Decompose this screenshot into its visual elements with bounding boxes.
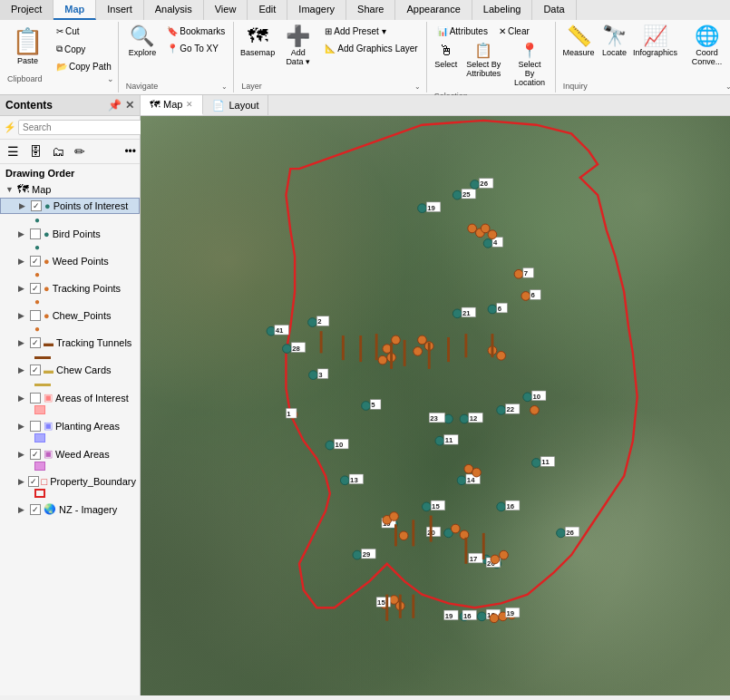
select-button[interactable]: 🖱 Select bbox=[433, 41, 460, 90]
bird-icon: ● bbox=[44, 228, 50, 239]
tab-map[interactable]: Map bbox=[54, 0, 96, 20]
infographics-button[interactable]: 📈 Infographics bbox=[632, 24, 677, 69]
poi-symbol: ● bbox=[34, 215, 40, 225]
tab-layout-view[interactable]: 📄 Layout bbox=[203, 95, 268, 115]
tt-checkbox[interactable]: ✓ bbox=[30, 337, 41, 348]
planting-checkbox[interactable] bbox=[30, 421, 41, 432]
pin-icon[interactable]: 📌 bbox=[108, 99, 122, 112]
tab-edit[interactable]: Edit bbox=[248, 0, 287, 20]
svg-point-3 bbox=[267, 326, 276, 335]
copy-path-button[interactable]: 📂 Copy Path bbox=[52, 59, 116, 74]
layer-item-chew-cards[interactable]: ▶ ✓ ▬ Chew Cards bbox=[0, 363, 140, 377]
attributes-button[interactable]: 📊 Attributes bbox=[433, 24, 492, 39]
svg-point-15 bbox=[488, 305, 497, 314]
clipboard-expand-icon[interactable]: ⌄ bbox=[107, 74, 114, 83]
cut-button[interactable]: ✂ Cut bbox=[52, 24, 116, 39]
attributes-icon: 📊 bbox=[437, 26, 448, 36]
search-input[interactable] bbox=[18, 120, 142, 135]
poi-expand-icon: ▶ bbox=[19, 201, 28, 210]
navigate-label: Navigate bbox=[126, 82, 159, 91]
select-by-attr-button[interactable]: 📋 Select By Attributes bbox=[462, 41, 506, 90]
layer-item-bird[interactable]: ▶ ● Bird Points bbox=[0, 227, 140, 241]
svg-text:26: 26 bbox=[480, 180, 488, 188]
tab-analysis[interactable]: Analysis bbox=[144, 0, 204, 20]
svg-point-108 bbox=[468, 224, 477, 233]
tab-labeling[interactable]: Labeling bbox=[472, 0, 533, 20]
sidebar: Contents 📌 ✕ ⚡ 🔍 ☰ 🗄 🗂 ✏ ••• Drawing Ord… bbox=[0, 95, 141, 695]
close-sidebar-icon[interactable]: ✕ bbox=[125, 99, 134, 112]
tab-share[interactable]: Share bbox=[346, 0, 395, 20]
tab-data[interactable]: Data bbox=[532, 0, 576, 20]
paste-button[interactable]: 📋 Paste bbox=[5, 24, 50, 74]
layer-item-nz-imagery[interactable]: ▶ ✓ 🌏 NZ - Imagery bbox=[0, 501, 140, 517]
svg-point-96 bbox=[521, 292, 530, 301]
svg-point-42 bbox=[444, 414, 453, 423]
locate-button[interactable]: 🔭 Locate bbox=[598, 24, 630, 69]
weed-checkbox[interactable]: ✓ bbox=[30, 256, 41, 267]
chew-checkbox[interactable] bbox=[30, 310, 41, 321]
database-icon[interactable]: 🗄 bbox=[25, 142, 45, 160]
bookmarks-button[interactable]: 🔖 Bookmarks bbox=[162, 24, 229, 39]
map-view[interactable]: 2 41 3 4 5 bbox=[141, 116, 730, 695]
layer-item-areas[interactable]: ▶ ▣ Areas of Interest bbox=[0, 390, 140, 405]
layer-item-weed[interactable]: ▶ ✓ ● Weed Points bbox=[0, 254, 140, 268]
svg-point-118 bbox=[390, 512, 399, 521]
add-graphics-button[interactable]: 📐 Add Graphics Layer bbox=[320, 41, 422, 56]
basemap-button[interactable]: 🗺 Basemap bbox=[239, 24, 276, 69]
tab-insert[interactable]: Insert bbox=[96, 0, 144, 20]
list-view-icon[interactable]: ☰ bbox=[4, 142, 23, 160]
layer-item-tracking[interactable]: ▶ ✓ ● Tracking Points bbox=[0, 281, 140, 296]
layer-name-areas: Areas of Interest bbox=[55, 393, 129, 403]
tracking-symbol: ● bbox=[34, 297, 40, 306]
poi-checkbox[interactable]: ✓ bbox=[31, 200, 42, 211]
svg-text:2: 2 bbox=[317, 317, 321, 326]
nz-checkbox[interactable]: ✓ bbox=[30, 504, 41, 515]
clear-icon: ✕ bbox=[499, 26, 506, 36]
wa-symbol bbox=[34, 462, 45, 471]
pencil-icon[interactable]: ✏ bbox=[71, 142, 89, 160]
layer-icon-btn[interactable]: 🗂 bbox=[48, 142, 68, 160]
select-by-loc-button[interactable]: 📍 Select By Location bbox=[508, 41, 551, 90]
map-tab-bar: 🗺 Map ✕ 📄 Layout bbox=[141, 95, 730, 116]
copy-button[interactable]: ⧉ Copy bbox=[52, 41, 116, 57]
main-container: Contents 📌 ✕ ⚡ 🔍 ☰ 🗄 🗂 ✏ ••• Drawing Ord… bbox=[0, 95, 730, 695]
map-tab-close-icon[interactable]: ✕ bbox=[186, 100, 193, 109]
navigate-expand[interactable]: ⌄ bbox=[221, 83, 228, 91]
navigate-group: 🔍 Explore 🔖 Bookmarks 📍 Go To XY Navigat… bbox=[121, 22, 235, 92]
cc-checkbox[interactable]: ✓ bbox=[30, 365, 41, 375]
layer-buttons: 🗺 Basemap ➕ Add Data ▾ ⊞ Add Preset ▾ 📐 … bbox=[239, 24, 422, 69]
sel-attr-icon: 📋 bbox=[474, 44, 492, 58]
svg-text:22: 22 bbox=[506, 405, 514, 413]
tracking-symbol-row: ● bbox=[0, 296, 140, 308]
tracking-checkbox[interactable]: ✓ bbox=[30, 283, 41, 294]
layer-item-map[interactable]: ▼ 🗺 Map bbox=[0, 180, 140, 198]
layer-item-tracking-tunnels[interactable]: ▶ ✓ ▬ Tracking Tunnels bbox=[0, 335, 140, 350]
goto-xy-button[interactable]: 📍 Go To XY bbox=[162, 41, 229, 56]
orange-points: 1 7 6 bbox=[286, 224, 540, 623]
wa-checkbox[interactable]: ✓ bbox=[30, 449, 41, 460]
more-options-icon[interactable]: ••• bbox=[124, 145, 136, 158]
tab-map-view[interactable]: 🗺 Map ✕ bbox=[141, 95, 203, 115]
layer-item-poi[interactable]: ▶ ✓ ● Points of Interest bbox=[0, 198, 140, 214]
svg-point-111 bbox=[488, 230, 497, 239]
explore-button[interactable]: 🔍 Explore bbox=[124, 24, 161, 60]
prop-checkbox[interactable]: ✓ bbox=[28, 476, 39, 487]
add-preset-button[interactable]: ⊞ Add Preset ▾ bbox=[320, 24, 422, 39]
svg-point-51 bbox=[422, 502, 431, 511]
layer-item-chew[interactable]: ▶ ● Chew_Points bbox=[0, 308, 140, 323]
clear-button[interactable]: ✕ Clear bbox=[494, 24, 534, 39]
tab-project[interactable]: Project bbox=[0, 0, 54, 20]
tab-view[interactable]: View bbox=[204, 0, 248, 20]
layer-expand[interactable]: ⌄ bbox=[414, 83, 421, 91]
measure-button[interactable]: 📏 Measure bbox=[561, 24, 597, 69]
layer-item-planting[interactable]: ▶ ▣ Planting Areas bbox=[0, 418, 140, 433]
layer-item-property[interactable]: ▶ ✓ □ Property_Boundary bbox=[0, 474, 140, 489]
inquiry-expand[interactable]: ⌄ bbox=[725, 83, 730, 91]
tab-imagery[interactable]: Imagery bbox=[287, 0, 346, 20]
layer-item-weed-areas[interactable]: ▶ ✓ ▣ Weed Areas bbox=[0, 446, 140, 462]
tab-appearance[interactable]: Appearance bbox=[395, 0, 472, 20]
bird-checkbox[interactable] bbox=[30, 228, 41, 239]
areas-checkbox[interactable] bbox=[30, 393, 41, 403]
add-data-button[interactable]: ➕ Add Data ▾ bbox=[277, 24, 318, 69]
coord-button[interactable]: 🌐 Coord Conve... bbox=[680, 24, 730, 69]
